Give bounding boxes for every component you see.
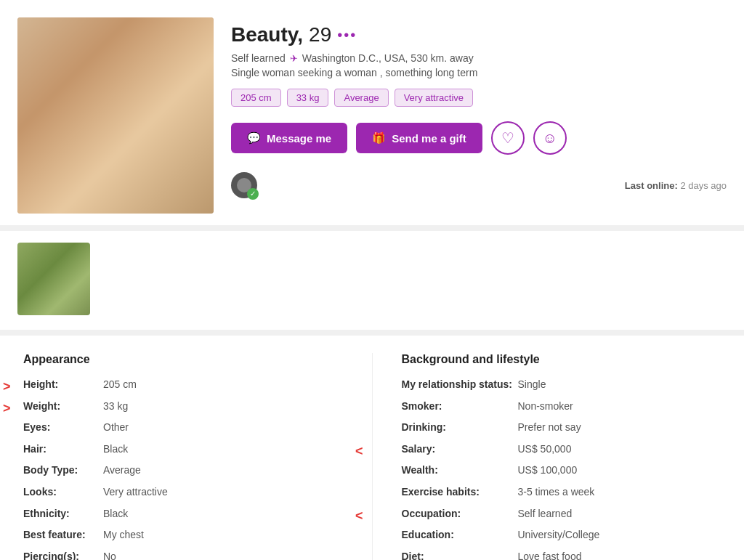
thumbnail-image-1 (17, 243, 90, 315)
hair-row: Hair: Black > (23, 442, 343, 457)
looks-row: Looks: Very attractive (23, 485, 343, 500)
profile-age: 29 (309, 23, 331, 46)
salary-value: US$ 50,000 (518, 442, 572, 457)
send-icon: ✈ (290, 53, 298, 64)
bodytype-row: Body Type: Average (23, 463, 343, 478)
background-column: Background and lifestyle My relationship… (373, 353, 721, 560)
details-card: Appearance > Height: 205 cm > Weight: 33… (0, 336, 744, 560)
height-value: 205 cm (103, 378, 137, 392)
weight-label: Weight: (23, 399, 103, 414)
message-icon: 💬 (247, 131, 261, 145)
wink-button[interactable]: ☺ (533, 121, 567, 155)
hair-value: Black (103, 442, 128, 457)
ethnicity-value: Black (103, 507, 128, 522)
weight-row: > Weight: 33 kg (23, 399, 343, 414)
smoker-value: Non-smoker (518, 399, 573, 414)
appearance-column: Appearance > Height: 205 cm > Weight: 33… (23, 353, 373, 560)
like-button[interactable]: ♡ (491, 121, 525, 155)
drinking-row: Drinking: Prefer not say (402, 421, 721, 435)
profile-tag: 205 cm (231, 89, 281, 107)
profile-header: Beauty, 29 ••• Self learned ✈ Washington… (0, 0, 744, 225)
eyes-value: Other (103, 421, 129, 435)
eyes-row: Eyes: Other (23, 421, 343, 435)
profile-info: Beauty, 29 ••• Self learned ✈ Washington… (231, 17, 727, 198)
annotation-arrow-ethnicity: > (355, 507, 363, 525)
more-options-button[interactable]: ••• (337, 27, 357, 44)
background-title: Background and lifestyle (402, 353, 721, 366)
exercise-label: Exercise habits: (402, 485, 518, 500)
bodytype-value: Average (103, 463, 141, 478)
annotation-arrow-weight: > (3, 399, 11, 418)
bestfeature-value: My chest (103, 528, 144, 543)
occupation-row: Occupation: Self learned (402, 507, 721, 522)
wealth-value: US$ 100,000 (518, 463, 578, 478)
profile-location: Self learned ✈ Washington D.C., USA, 530… (231, 52, 727, 64)
heart-icon: ♡ (501, 129, 514, 147)
annotation-arrow-hair: > (355, 442, 363, 460)
gift-button[interactable]: 🎁 Send me a gift (356, 123, 482, 153)
smoker-label: Smoker: (402, 399, 518, 414)
eyes-label: Eyes: (23, 421, 103, 435)
last-online-label: Last online: (625, 180, 678, 191)
last-online-value: 2 days ago (680, 180, 727, 191)
profile-tag: 33 kg (287, 89, 329, 107)
occupation-label: Occupation: (402, 507, 518, 522)
message-button[interactable]: 💬 Message me (231, 123, 347, 153)
smile-icon: ☺ (543, 130, 557, 147)
diet-label: Diet: (402, 550, 518, 560)
wealth-row: Wealth: US$ 100,000 (402, 463, 721, 478)
gift-button-label: Send me a gift (392, 132, 466, 145)
height-row: > Height: 205 cm (23, 378, 343, 392)
height-label: Height: (23, 378, 103, 392)
last-online: Last online: 2 days ago (625, 180, 727, 191)
thumbnail-1[interactable] (17, 243, 90, 315)
looks-label: Looks: (23, 485, 103, 500)
profile-tag: Average (334, 89, 388, 107)
bestfeature-label: Best feature: (23, 528, 103, 543)
relationship-value: Single (518, 378, 546, 392)
relationship-label: My relationship status: (402, 378, 518, 392)
message-button-label: Message me (267, 132, 331, 145)
bodytype-label: Body Type: (23, 463, 103, 478)
looks-value: Very attractive (103, 485, 168, 500)
profile-name: Beauty, (231, 23, 303, 46)
annotation-arrow-height: > (3, 378, 11, 396)
exercise-value: 3-5 times a week (518, 485, 595, 500)
drinking-value: Prefer not say (518, 421, 581, 435)
profile-bottom-row: Last online: 2 days ago (231, 169, 727, 198)
appearance-title: Appearance (23, 353, 343, 366)
smoker-row: Smoker: Non-smoker (402, 399, 721, 414)
profile-tag: Very attractive (395, 89, 473, 107)
education-label: Self learned (231, 52, 286, 64)
exercise-row: Exercise habits: 3-5 times a week (402, 485, 721, 500)
salary-row: Salary: US$ 50,000 (402, 442, 721, 457)
hair-label: Hair: (23, 442, 103, 457)
relationship-row: My relationship status: Single (402, 378, 721, 392)
piercing-label: Piercing(s): (23, 550, 103, 560)
piercing-value: No (103, 550, 116, 560)
verified-badge (231, 172, 257, 198)
profile-photo-main[interactable] (17, 17, 214, 214)
education-value: University/College (518, 528, 600, 543)
bestfeature-row: Best feature: My chest (23, 528, 343, 543)
thumbnails-row (0, 231, 744, 330)
location-text: Washington D.C., USA, 530 km. away (302, 52, 474, 64)
salary-label: Salary: (402, 442, 518, 457)
profile-name-row: Beauty, 29 ••• (231, 23, 727, 46)
profile-actions: 💬 Message me 🎁 Send me a gift ♡ ☺ (231, 121, 727, 155)
education-label: Education: (402, 528, 518, 543)
weight-value: 33 kg (103, 399, 128, 414)
profile-tags: 205 cm33 kgAverageVery attractive (231, 89, 727, 107)
diet-value: Love fast food (518, 550, 582, 560)
wealth-label: Wealth: (402, 463, 518, 478)
ethnicity-row: Ethnicity: Black > (23, 507, 343, 522)
gift-icon: 🎁 (372, 131, 386, 145)
occupation-value: Self learned (518, 507, 573, 522)
education-row: Education: University/College (402, 528, 721, 543)
profile-seeking: Single woman seeking a woman , something… (231, 67, 727, 78)
drinking-label: Drinking: (402, 421, 518, 435)
ethnicity-label: Ethnicity: (23, 507, 103, 522)
diet-row: Diet: Love fast food (402, 550, 721, 560)
piercing-row: Piercing(s): No (23, 550, 343, 560)
badge-inner (237, 178, 251, 192)
